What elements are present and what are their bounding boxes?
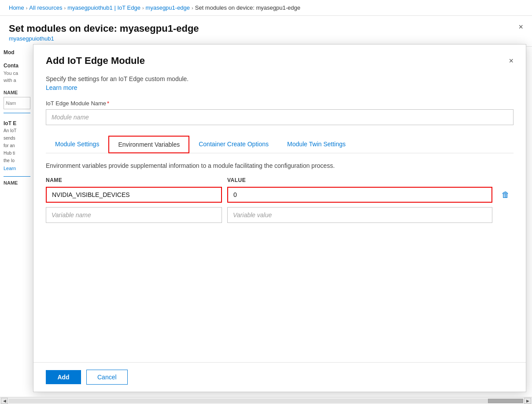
page-title: Set modules on device: myasegpu1-edge: [9, 23, 199, 34]
tab-environment-variables[interactable]: Environment Variables: [108, 136, 189, 153]
module-name-input[interactable]: [46, 109, 514, 125]
name-col-header: NAME: [46, 177, 62, 183]
sidebar-iot-text2: sends: [4, 135, 30, 141]
breadcrumb-edge-device[interactable]: myasegpu1-edge: [146, 4, 190, 11]
sidebar-name-label-2: NAME: [4, 180, 30, 185]
breadcrumb-sep-1: ›: [26, 5, 28, 11]
add-button[interactable]: Add: [46, 370, 81, 384]
value-col-header: VALUE: [227, 177, 246, 183]
var-row-2-name-col: [46, 207, 222, 223]
sidebar-with-text: with a: [4, 78, 30, 83]
modal-description: Specify the settings for an IoT Edge cus…: [46, 75, 514, 82]
scroll-right-arrow[interactable]: ▶: [524, 398, 531, 404]
modal-close-icon[interactable]: ×: [509, 56, 514, 66]
var-value-input-1[interactable]: [227, 187, 492, 203]
tabs-bar: Module Settings Environment Variables Co…: [46, 136, 514, 153]
var-row-2-value-col: [227, 207, 492, 223]
sidebar-iot-section: IoT E An IoT sends for an Hub ti the Io …: [4, 120, 30, 171]
tab-container-create-options[interactable]: Container Create Options: [189, 136, 278, 153]
variables-table: NAME VALUE: [46, 176, 514, 223]
page-wrapper: Home › All resources › myasegpuiothub1 |…: [0, 0, 532, 404]
variables-header-row: NAME VALUE: [46, 176, 514, 183]
sidebar-module-section: Mod: [4, 49, 30, 56]
sidebar-container-section: Conta You ca with a: [4, 63, 30, 83]
var-row-1-name-col: [46, 187, 222, 203]
module-name-label: IoT Edge Module Name*: [46, 100, 514, 107]
modal-body: Specify the settings for an IoT Edge cus…: [33, 67, 526, 362]
module-name-group: IoT Edge Module Name*: [46, 100, 514, 125]
var-row-1-action-col: 🗑: [498, 187, 514, 203]
table-row: 🗑: [46, 187, 514, 203]
sidebar-name-col-header: NAME: [4, 90, 30, 95]
breadcrumb-all-resources[interactable]: All resources: [29, 4, 62, 11]
sidebar-iot-text5: the Io: [4, 158, 30, 164]
sidebar-iot-text1: An IoT: [4, 128, 30, 134]
sidebar-iot-text3: for an: [4, 143, 30, 149]
left-sidebar: Mod Conta You ca with a NAME IoT E An Io…: [0, 44, 34, 392]
sidebar-iot-text4: Hub ti: [4, 150, 30, 156]
tab-module-settings[interactable]: Module Settings: [46, 136, 108, 153]
breadcrumb-sep-4: ›: [192, 5, 193, 11]
breadcrumb-sep-2: ›: [64, 5, 66, 11]
value-col-header-container: VALUE: [227, 176, 492, 183]
scroll-track[interactable]: [9, 399, 523, 403]
var-name-input-2[interactable]: [46, 207, 222, 223]
breadcrumb-home[interactable]: Home: [9, 4, 24, 11]
action-col-header-container: [498, 176, 514, 183]
scroll-bar-area: ◀ ▶: [0, 397, 532, 404]
sidebar-name-input[interactable]: [4, 97, 30, 109]
sidebar-container-text: You ca: [4, 70, 30, 76]
var-name-input-1[interactable]: [46, 187, 222, 203]
required-star: *: [107, 100, 109, 107]
page-close-icon[interactable]: ×: [518, 23, 523, 31]
tab-description: Environment variables provide supplement…: [46, 162, 514, 169]
breadcrumb-sep-3: ›: [142, 5, 144, 11]
sidebar-divider-2: [4, 176, 30, 177]
breadcrumb-current: Set modules on device: myasegpu1-edge: [195, 4, 300, 11]
var-value-input-2[interactable]: [227, 207, 492, 223]
delete-row-1-button[interactable]: 🗑: [498, 187, 514, 203]
name-col-header-container: NAME: [46, 176, 222, 183]
tab-content-env-vars: Environment variables provide supplement…: [46, 162, 514, 223]
var-row-1-value-col: [227, 187, 492, 203]
table-row: [46, 207, 514, 223]
page-subtitle: myasegpuiothub1: [9, 35, 199, 42]
scroll-thumb: [488, 399, 523, 403]
breadcrumb: Home › All resources › myasegpuiothub1 |…: [0, 0, 532, 16]
sidebar-learn-link[interactable]: Learn: [4, 166, 30, 171]
learn-more-link[interactable]: Learn more: [46, 84, 78, 91]
tab-module-twin-settings[interactable]: Module Twin Settings: [278, 136, 355, 153]
page-header: Set modules on device: myasegpu1-edge my…: [0, 16, 532, 47]
modal-header: Add IoT Edge Module ×: [33, 44, 526, 67]
cancel-button[interactable]: Cancel: [86, 370, 128, 385]
breadcrumb-iothub[interactable]: myasegpuiothub1 | IoT Edge: [67, 4, 140, 11]
modal-footer: Add Cancel: [33, 362, 526, 392]
sidebar-iot-label: IoT E: [4, 120, 30, 126]
sidebar-divider: [4, 113, 30, 113]
sidebar-container-label: Conta: [4, 63, 30, 69]
delete-icon-1: 🗑: [502, 190, 510, 200]
modal: Add IoT Edge Module × Specify the settin…: [33, 44, 526, 392]
scroll-left-arrow[interactable]: ◀: [1, 398, 8, 404]
sidebar-module-label: Mod: [4, 49, 30, 56]
modal-title: Add IoT Edge Module: [46, 55, 145, 67]
